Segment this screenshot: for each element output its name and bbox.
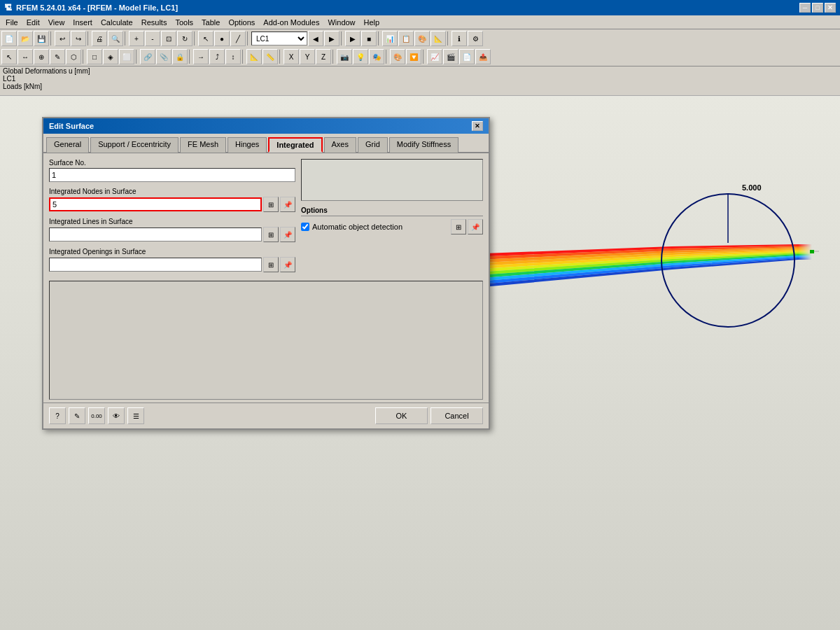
nodes-select-btn[interactable]: ⊞ [263,197,279,212]
tb-select[interactable]: ↖ [198,31,214,46]
menu-table[interactable]: Table [197,18,224,27]
tb-settings[interactable]: ⚙ [468,31,483,46]
menu-tools[interactable]: Tools [171,18,197,27]
tb2-export[interactable]: 📤 [475,49,491,64]
lc-combo[interactable]: LC1 [251,31,307,46]
tab-axes[interactable]: Axes [324,137,356,153]
tab-integrated[interactable]: Integrated [268,137,322,153]
tb2-camera[interactable]: 📷 [337,49,352,64]
menu-results[interactable]: Results [137,18,172,27]
menu-edit[interactable]: Edit [22,18,44,27]
tb2-17[interactable]: X [284,49,299,64]
tb2-6[interactable]: □ [87,49,102,64]
tb-render[interactable]: 🎨 [414,31,430,46]
menu-calculate[interactable]: Calculate [97,18,137,27]
edit-button[interactable]: ✎ [69,407,85,424]
openings-select-btn[interactable]: ⊞ [263,257,279,272]
tb2-bg[interactable]: 🎭 [369,49,384,64]
tb-save[interactable]: 💾 [34,31,49,46]
tb2-15[interactable]: 📐 [246,49,262,64]
tb2-filter[interactable]: 🔽 [406,49,421,64]
tb2-light[interactable]: 💡 [353,49,368,64]
tb2-1[interactable]: ↖ [1,49,17,64]
tb-info[interactable]: ℹ [451,31,467,46]
tb2-14[interactable]: ↕ [225,49,241,64]
menu-insert[interactable]: Insert [69,18,97,27]
tb-redo[interactable]: ↪ [71,31,86,46]
value-button[interactable]: 0.00 [88,407,105,424]
tab-modify-stiffness[interactable]: Modify Stiffness [389,137,458,153]
tb2-anim[interactable]: 🎬 [443,49,458,64]
tb-result[interactable]: 📊 [382,31,398,46]
tb-table[interactable]: 📋 [398,31,414,46]
tb2-5[interactable]: ⬡ [66,49,81,64]
tb2-18[interactable]: Y [300,49,315,64]
tb-run[interactable]: ▶ [345,31,360,46]
tb2-11[interactable]: 🔒 [172,49,188,64]
tb-zoom-in[interactable]: + [129,31,144,46]
cancel-button[interactable]: Cancel [430,407,483,424]
integrated-lines-input[interactable] [49,227,262,241]
tab-general[interactable]: General [46,137,89,153]
menu-file[interactable]: File [1,18,22,27]
tb2-8[interactable]: ⬜ [119,49,134,64]
tb2-3[interactable]: ⊕ [34,49,49,64]
tb-zoom-out[interactable]: - [145,31,160,46]
tb2-7[interactable]: ◈ [103,49,118,64]
tb-open[interactable]: 📂 [18,31,33,46]
close-button[interactable]: ✕ [825,3,836,13]
tb2-13[interactable]: ⤴ [209,49,225,64]
lines-pick-btn[interactable]: 📌 [280,227,295,242]
tb2-color[interactable]: 🎨 [390,49,405,64]
surface-no-input[interactable] [49,168,295,182]
dialog-close-button[interactable]: ✕ [472,121,483,131]
list-button[interactable]: ☰ [127,407,144,424]
tb-print[interactable]: 🖨 [92,31,107,46]
tb2-report[interactable]: 📄 [459,49,475,64]
lines-select-btn[interactable]: ⊞ [263,227,279,242]
tb2-19[interactable]: Z [316,49,331,64]
tb-line[interactable]: ╱ [230,31,246,46]
nodes-pick-btn[interactable]: 📌 [280,197,295,212]
tb-node[interactable]: ● [214,31,230,46]
menu-help[interactable]: Help [360,18,384,27]
tb2-4[interactable]: ✎ [50,49,65,64]
help-button[interactable]: ? [49,407,66,424]
tb2-sep-5 [279,50,282,64]
tb2-10[interactable]: 📎 [156,49,172,64]
tb-new[interactable]: 📄 [1,31,17,46]
view-button[interactable]: 👁 [108,407,125,424]
maximize-button[interactable]: □ [812,3,823,13]
tb-prev-lc[interactable]: ◀ [308,31,323,46]
tb2-2[interactable]: ↔ [18,49,33,64]
tb2-16[interactable]: 📏 [262,49,278,64]
tb-rotate[interactable]: ↻ [177,31,192,46]
tab-support[interactable]: Support / Eccentricity [90,137,178,153]
tb-undo[interactable]: ↩ [55,31,70,46]
tb-view3d[interactable]: 📐 [430,31,446,46]
tab-grid[interactable]: Grid [358,137,388,153]
integrated-nodes-input[interactable] [49,197,262,211]
menu-window[interactable]: Window [323,18,359,27]
menu-addons[interactable]: Add-on Modules [259,18,323,27]
options-pick-btn[interactable]: 📌 [468,219,483,234]
integrated-openings-input[interactable] [49,258,262,272]
auto-detect-checkbox[interactable] [301,223,309,231]
tab-fe-mesh[interactable]: FE Mesh [180,137,226,153]
menu-view[interactable]: View [44,18,69,27]
tb-sep-2 [88,31,90,46]
minimize-button[interactable]: ─ [799,3,811,13]
tab-hinges[interactable]: Hinges [227,137,267,153]
tb2-12[interactable]: → [193,49,209,64]
menu-options[interactable]: Options [224,18,259,27]
tb2-chart[interactable]: 📈 [427,49,442,64]
auto-detect-row: Automatic object detection ⊞ 📌 [301,219,483,234]
ok-button[interactable]: OK [375,407,428,424]
tb-stop[interactable]: ■ [361,31,377,46]
options-select-btn[interactable]: ⊞ [451,219,466,234]
tb-fit[interactable]: ⊡ [161,31,176,46]
tb2-9[interactable]: 🔗 [140,49,155,64]
tb-preview[interactable]: 🔍 [108,31,123,46]
openings-pick-btn[interactable]: 📌 [280,257,295,272]
tb-next-lc[interactable]: ▶ [324,31,340,46]
